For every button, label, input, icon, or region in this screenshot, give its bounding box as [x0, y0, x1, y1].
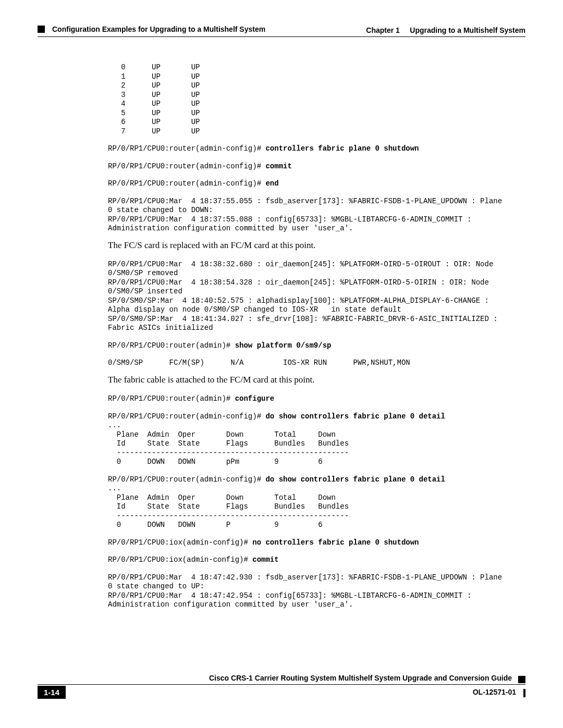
cli-command: do show controllers fabric plane 0 detai…: [265, 475, 445, 484]
cli-prompt: RP/0/RP1/CPU0:router(admin)#: [108, 341, 235, 350]
fabric-table-2: ... Plane Admin Oper Down Total Down Id …: [108, 484, 525, 530]
cli-command: end: [265, 179, 278, 188]
cli-line: RP/0/RP1/CPU0:router(admin)# show platfo…: [108, 341, 525, 351]
main-content: 0 UP UP 1 UP UP 2 UP UP 3 UP UP 4 UP UP …: [38, 63, 525, 610]
cli-line: RP/0/RP1/CPU0:router(admin)# configure: [108, 394, 525, 404]
cli-command: commit: [252, 556, 278, 564]
cli-line: RP/0/RP1/CPU0:router(admin-config)# comm…: [108, 162, 525, 171]
log-output: RP/0/RP1/CPU0:Mar 4 18:47:42.930 : fsdb_…: [108, 573, 525, 610]
cli-command: do show controllers fabric plane 0 detai…: [265, 412, 445, 421]
cli-command: commit: [265, 162, 291, 170]
cli-line: RP/0/RP1/CPU0:router(admin-config)# cont…: [108, 144, 525, 154]
cli-command: no controllers fabric plane 0 shutdown: [252, 538, 419, 547]
cli-command: configure: [235, 394, 275, 403]
cli-prompt: RP/0/RP1/CPU0:iox(admin-config)#: [108, 556, 252, 564]
fabric-table-1: ... Plane Admin Oper Down Total Down Id …: [108, 421, 525, 467]
cli-prompt: RP/0/RP1/CPU0:router(admin-config)#: [108, 475, 265, 484]
header-section: Configuration Examples for Upgrading to …: [52, 25, 265, 33]
log-output: RP/0/RP1/CPU0:Mar 4 18:38:32.680 : oir_d…: [108, 260, 525, 333]
body-note-1: The FC/S card is replaced with an FC/M c…: [108, 240, 525, 251]
cli-line: RP/0/RP1/CPU0:iox(admin-config)# commit: [108, 556, 525, 565]
footer-bar-icon: [523, 689, 525, 697]
page-footer: Cisco CRS-1 Carrier Routing System Multi…: [38, 674, 525, 699]
cli-command: show platform 0/sm9/sp: [235, 341, 332, 350]
cli-line: RP/0/RP1/CPU0:router(admin-config)# do s…: [108, 412, 525, 422]
header-chapter-title: Upgrading to a Multishelf System: [410, 26, 525, 34]
cli-prompt: RP/0/RP1/CPU0:router(admin-config)#: [108, 162, 265, 170]
log-output: RP/0/RP1/CPU0:Mar 4 18:37:55.055 : fsdb_…: [108, 197, 525, 233]
cli-line: RP/0/RP1/CPU0:iox(admin-config)# no cont…: [108, 538, 525, 548]
header-rule: [38, 36, 525, 37]
cli-line: RP/0/RP1/CPU0:router(admin-config)# end: [108, 179, 525, 189]
cli-prompt: RP/0/RP1/CPU0:router(admin)#: [108, 394, 235, 403]
footer-marker-icon: [518, 676, 525, 683]
body-note-2: The fabric cable is attached to the FC/M…: [108, 374, 525, 385]
cli-line: RP/0/RP1/CPU0:router(admin-config)# do s…: [108, 475, 525, 485]
page-number-badge: 1-14: [38, 686, 66, 699]
platform-output: 0/SM9/SP FC/M(SP) N/A IOS-XR RUN PWR,NSH…: [108, 359, 525, 368]
header-chapter-label: Chapter 1: [366, 26, 400, 34]
up-status-table: 0 UP UP 1 UP UP 2 UP UP 3 UP UP 4 UP UP …: [108, 63, 525, 136]
footer-rule: [38, 684, 525, 685]
page-header: Configuration Examples for Upgrading to …: [38, 25, 525, 34]
header-marker-icon: [38, 26, 45, 33]
cli-command: controllers fabric plane 0 shutdown: [265, 144, 419, 153]
cli-prompt: RP/0/RP1/CPU0:iox(admin-config)#: [108, 538, 252, 547]
footer-doc-id: OL-12571-01: [473, 688, 516, 696]
cli-prompt: RP/0/RP1/CPU0:router(admin-config)#: [108, 412, 265, 421]
footer-guide-title: Cisco CRS-1 Carrier Routing System Multi…: [209, 674, 512, 682]
cli-prompt: RP/0/RP1/CPU0:router(admin-config)#: [108, 179, 265, 188]
cli-prompt: RP/0/RP1/CPU0:router(admin-config)#: [108, 144, 265, 153]
